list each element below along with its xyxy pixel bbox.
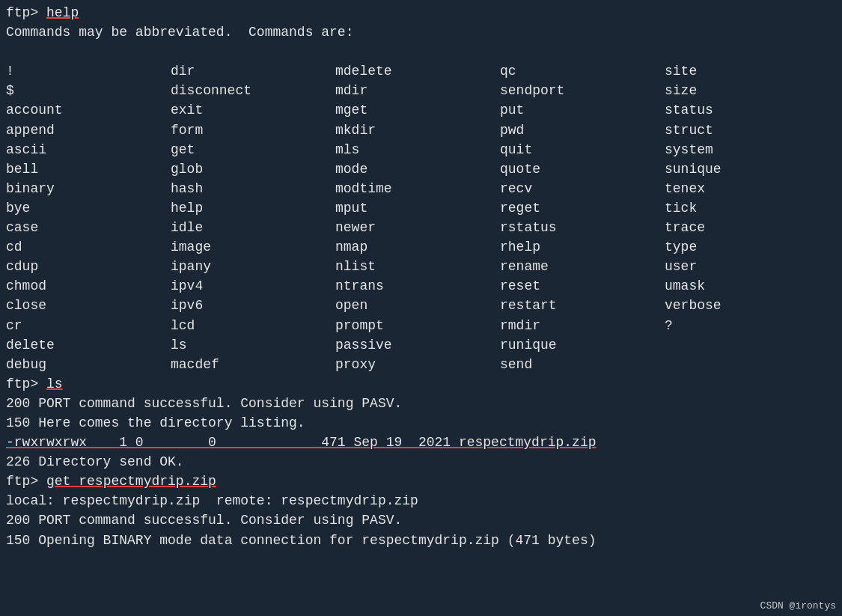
cmd-cell: cr: [6, 316, 171, 335]
cmd-cell: mdir: [335, 81, 500, 100]
cmd-cell: image: [171, 237, 335, 257]
cmd-cell: put: [500, 100, 665, 120]
cmd-cell: close: [6, 296, 171, 315]
ls-command: ls: [46, 376, 63, 391]
cmd-cell: dir: [171, 61, 335, 81]
opening-binary-line: 150 Opening BINARY mode data connection …: [6, 531, 836, 550]
cmd-cell: cd: [6, 237, 171, 257]
help-command: help: [46, 5, 79, 20]
dir-ok-line: 226 Directory send OK.: [6, 452, 836, 472]
cmd-cell-user: user: [665, 257, 829, 276]
file-entry-line: -rwxrwxrwx 1 0 0 471 Sep 19 2021 respect…: [6, 433, 836, 452]
cmd-cell: open: [335, 296, 500, 315]
blank-line: [6, 42, 836, 61]
cmd-cell: glob: [171, 159, 335, 179]
cmd-cell: ipv4: [171, 276, 335, 296]
cmd-cell: disconnect: [171, 81, 335, 100]
help-prompt-line: ftp> help: [6, 3, 836, 22]
cmd-cell: cdup: [6, 257, 171, 276]
cmd-cell: mdelete: [335, 61, 500, 81]
cmd-cell: [665, 355, 829, 374]
cmd-cell: send: [500, 355, 665, 374]
cmd-cell: reset: [500, 276, 665, 296]
cmd-cell-account: account: [6, 100, 171, 120]
cmd-cell: ls: [171, 335, 335, 355]
ls-prompt-line: ftp> ls: [6, 374, 836, 394]
cmd-cell: case: [6, 218, 171, 237]
port-success-line1: 200 PORT command successful. Consider us…: [6, 394, 836, 413]
cmd-cell: prompt: [335, 316, 500, 335]
cmd-cell: trace: [665, 218, 829, 237]
cmd-cell: ?: [665, 316, 829, 335]
cmd-cell: ipv6: [171, 296, 335, 315]
cmd-cell: modtime: [335, 179, 500, 198]
cmd-cell: mput: [335, 198, 500, 218]
cmd-cell: tick: [665, 198, 829, 218]
get-prompt-line: ftp> get respectmydrip.zip: [6, 472, 836, 491]
cmd-cell: nmap: [335, 237, 500, 257]
local-remote-line: local: respectmydrip.zip remote: respect…: [6, 491, 836, 510]
cmd-cell: idle: [171, 218, 335, 237]
cmd-cell: $: [6, 81, 171, 100]
cmd-cell: reget: [500, 198, 665, 218]
port-success-line2: 200 PORT command successful. Consider us…: [6, 510, 836, 530]
cmd-cell: recv: [500, 179, 665, 198]
cmd-cell: rmdir: [500, 316, 665, 335]
watermark: CSDN @irontys: [760, 600, 836, 612]
cmd-cell: bye: [6, 198, 171, 218]
cmd-cell: pwd: [500, 121, 665, 140]
cmd-cell: delete: [6, 335, 171, 355]
cmd-cell: [665, 335, 829, 355]
cmd-cell: binary: [6, 179, 171, 198]
terminal: ftp> help Commands may be abbreviated. C…: [0, 0, 842, 616]
cmd-cell: mode: [335, 159, 500, 179]
cmd-cell: get: [171, 140, 335, 159]
cmd-cell: ipany: [171, 257, 335, 276]
cmd-cell: quit: [500, 140, 665, 159]
ftp-prompt: ftp>: [6, 5, 46, 20]
dir-listing-line: 150 Here comes the directory listing.: [6, 413, 836, 433]
cmd-cell: help: [171, 198, 335, 218]
abbreviate-line: Commands may be abbreviated. Commands ar…: [6, 22, 836, 42]
cmd-cell: restart: [500, 296, 665, 315]
cmd-cell: status: [665, 100, 829, 120]
cmd-cell: ntrans: [335, 276, 500, 296]
cmd-cell: proxy: [335, 355, 500, 374]
cmd-cell: sendport: [500, 81, 665, 100]
cmd-cell: rhelp: [500, 237, 665, 257]
cmd-cell: ascii: [6, 140, 171, 159]
cmd-cell: append: [6, 121, 171, 140]
command-table: ! dir mdelete qc site $ disconnect mdir …: [6, 61, 836, 374]
ftp-prompt-ls: ftp>: [6, 376, 46, 391]
cmd-cell: mget: [335, 100, 500, 120]
cmd-cell: mkdir: [335, 121, 500, 140]
cmd-cell: quote: [500, 159, 665, 179]
cmd-cell: tenex: [665, 179, 829, 198]
cmd-cell: sunique: [665, 159, 829, 179]
cmd-cell: size: [665, 81, 829, 100]
cmd-cell: nlist: [335, 257, 500, 276]
cmd-cell: exit: [171, 100, 335, 120]
cmd-cell: verbose: [665, 296, 829, 315]
cmd-cell: hash: [171, 179, 335, 198]
cmd-cell: macdef: [171, 355, 335, 374]
cmd-cell: lcd: [171, 316, 335, 335]
cmd-cell: rename: [500, 257, 665, 276]
cmd-cell: !: [6, 61, 171, 81]
cmd-cell: umask: [665, 276, 829, 296]
cmd-cell: rstatus: [500, 218, 665, 237]
cmd-cell: struct: [665, 121, 829, 140]
cmd-cell: site: [665, 61, 829, 81]
cmd-cell: debug: [6, 355, 171, 374]
ftp-prompt-get: ftp>: [6, 474, 46, 489]
cmd-cell: system: [665, 140, 829, 159]
cmd-cell: runique: [500, 335, 665, 355]
cmd-cell: chmod: [6, 276, 171, 296]
cmd-cell: newer: [335, 218, 500, 237]
cmd-cell-type: type: [665, 237, 829, 257]
cmd-cell: mls: [335, 140, 500, 159]
get-command: get respectmydrip.zip: [46, 474, 216, 489]
cmd-cell: qc: [500, 61, 665, 81]
cmd-cell: bell: [6, 159, 171, 179]
cmd-cell: passive: [335, 335, 500, 355]
